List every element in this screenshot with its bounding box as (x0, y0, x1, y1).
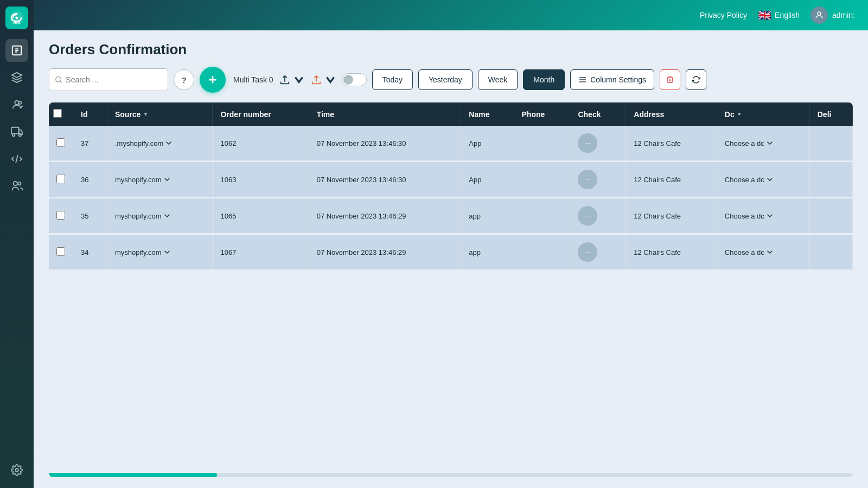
select-all-checkbox[interactable] (53, 109, 62, 118)
page-area: Orders Confirmation ? Multi Task 0 (34, 30, 868, 488)
row-checkbox[interactable] (56, 247, 65, 256)
deli-header[interactable]: Deli (809, 102, 852, 126)
sidebar-item-products[interactable] (5, 66, 28, 89)
logo[interactable] (5, 7, 28, 29)
svg-rect-5 (11, 127, 19, 134)
row-source: .myshopify.com (107, 126, 213, 162)
row-check: ··· (570, 126, 626, 162)
row-phone (514, 162, 570, 198)
search-icon (55, 75, 62, 84)
month-button[interactable]: Month (523, 69, 565, 90)
row-id: 35 (73, 198, 107, 234)
sidebar-item-settings[interactable] (5, 459, 28, 481)
row-checkbox[interactable] (56, 175, 65, 183)
user-label: admin: (832, 11, 855, 20)
toggle-switch[interactable] (342, 73, 367, 86)
dc-selector[interactable]: Choose a dc (725, 212, 802, 220)
dc-selector[interactable]: Choose a dc (725, 176, 802, 184)
flag-icon: 🇬🇧 (758, 9, 771, 22)
svg-point-6 (12, 134, 15, 137)
user-menu[interactable]: admin: (810, 7, 855, 24)
dc-dropdown-icon (767, 213, 773, 219)
dc-selector[interactable]: Choose a dc (725, 248, 802, 256)
check-header[interactable]: Check (570, 102, 626, 126)
row-time: 07 November 2023 13:46:29 (309, 234, 461, 271)
select-all-header (49, 102, 73, 126)
phone-header[interactable]: Phone (514, 102, 570, 126)
trash-icon (666, 75, 674, 84)
table-row: 37 .myshopify.com 1062 07 November 2023 … (49, 126, 853, 162)
address-header[interactable]: Address (626, 102, 717, 126)
row-order-number: 1067 (213, 234, 309, 271)
upload-button-2[interactable] (310, 74, 336, 86)
row-name: app (461, 234, 514, 271)
yesterday-button[interactable]: Yesterday (418, 69, 473, 90)
time-header[interactable]: Time (309, 102, 461, 126)
row-address: 12 Chairs Cafe (626, 126, 717, 162)
source-dropdown-icon[interactable] (164, 249, 170, 255)
main-content: Privacy Policy 🇬🇧 English admin: Orders … (34, 0, 868, 488)
row-deli (809, 198, 852, 234)
refresh-button[interactable] (686, 69, 706, 90)
sidebar-item-delivery[interactable] (5, 120, 28, 143)
page-title: Orders Confirmation (49, 41, 853, 58)
dc-dropdown-icon (767, 249, 773, 255)
row-checkbox[interactable] (56, 138, 65, 147)
source-dropdown-icon[interactable] (164, 213, 170, 219)
id-header[interactable]: Id (73, 102, 107, 126)
week-button[interactable]: Week (478, 69, 518, 90)
avatar (810, 7, 828, 24)
svg-point-7 (19, 134, 22, 137)
table-row: 34 myshopify.com 1067 07 November 2023 1… (49, 234, 853, 271)
upload-button-1[interactable] (279, 74, 305, 86)
sidebar-item-orders[interactable] (5, 39, 28, 62)
orders-table: Id Source ▼ Order (49, 102, 853, 271)
source-header[interactable]: Source ▼ (107, 102, 213, 126)
dc-selector[interactable]: Choose a dc (725, 139, 802, 147)
sidebar (0, 0, 34, 488)
check-circle[interactable]: ··· (578, 242, 597, 262)
check-circle[interactable]: ··· (578, 170, 597, 189)
row-order-number: 1062 (213, 126, 309, 162)
name-header[interactable]: Name (461, 102, 514, 126)
dc-header[interactable]: Dc ▼ (717, 102, 809, 126)
row-source: myshopify.com (107, 162, 213, 198)
dc-dropdown-icon (767, 140, 773, 146)
check-circle[interactable]: ··· (578, 206, 597, 226)
row-phone (514, 126, 570, 162)
row-deli (809, 234, 852, 271)
column-settings-button[interactable]: Column Settings (570, 69, 654, 90)
row-checkbox[interactable] (56, 211, 65, 220)
row-time: 07 November 2023 13:46:30 (309, 162, 461, 198)
privacy-policy-link[interactable]: Privacy Policy (700, 11, 747, 20)
table-scroll[interactable]: Id Source ▼ Order (49, 102, 853, 477)
add-button[interactable] (200, 67, 226, 93)
row-select-cell (49, 198, 73, 234)
today-button[interactable]: Today (372, 69, 413, 90)
row-phone (514, 198, 570, 234)
source-dropdown-icon[interactable] (165, 140, 172, 146)
row-time: 07 November 2023 13:46:29 (309, 198, 461, 234)
search-input[interactable] (66, 75, 162, 84)
order-number-header[interactable]: Order number (213, 102, 309, 126)
search-box (49, 68, 168, 91)
help-button[interactable]: ? (174, 69, 194, 90)
source-dropdown-icon[interactable] (164, 176, 170, 183)
row-deli (809, 126, 852, 162)
row-source: myshopify.com (107, 234, 213, 271)
row-order-number: 1063 (213, 162, 309, 198)
sidebar-item-api[interactable] (5, 147, 28, 170)
language-selector[interactable]: 🇬🇧 English (758, 9, 800, 22)
svg-point-8 (14, 182, 17, 185)
row-phone (514, 234, 570, 271)
sidebar-item-customers[interactable] (5, 93, 28, 116)
row-dc: Choose a dc (717, 234, 809, 271)
sidebar-item-team[interactable] (5, 175, 28, 197)
row-address: 12 Chairs Cafe (626, 198, 717, 234)
check-circle[interactable]: ··· (578, 133, 597, 153)
svg-point-12 (56, 77, 61, 82)
svg-point-9 (18, 182, 21, 185)
row-id: 34 (73, 234, 107, 271)
delete-button[interactable] (660, 69, 680, 90)
row-deli (809, 162, 852, 198)
